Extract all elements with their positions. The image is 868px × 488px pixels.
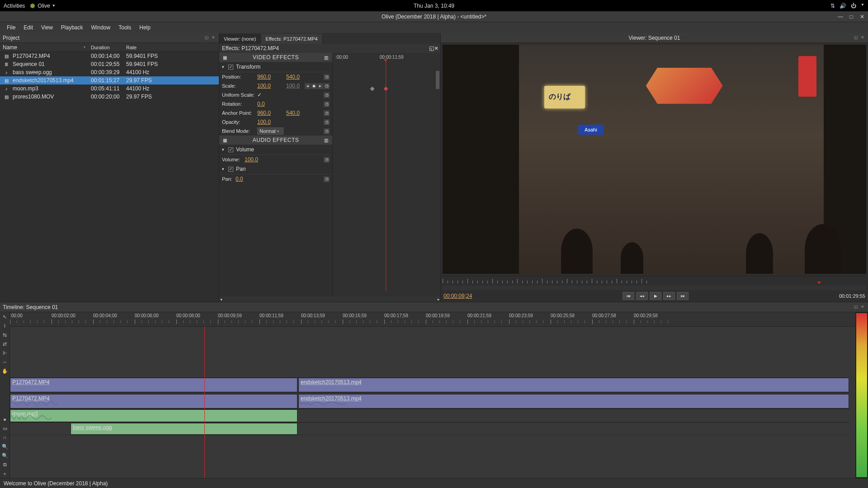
keyframe-toggle-icon[interactable]: ◷: [324, 119, 330, 125]
keyframe-timeline[interactable]: :00;00 00:00:11;59: [332, 53, 440, 296]
menu-file[interactable]: File: [3, 23, 19, 33]
zoom-in-icon[interactable]: 🔍: [0, 442, 9, 451]
project-item[interactable]: ▤P1270472.MP400:00:14;0059.9401 FPS: [0, 52, 219, 60]
volume-group[interactable]: ▾ ✓ Volume: [219, 145, 332, 155]
project-item[interactable]: ♪moon.mp300:05:41:1144100 Hz: [0, 84, 219, 93]
activities-button[interactable]: Activities: [4, 3, 25, 9]
ripple-tool[interactable]: ⇆: [0, 330, 9, 339]
project-item[interactable]: ▤endsketch20170513.mp400:01:15;2729.97 F…: [0, 76, 219, 84]
clip-audio[interactable]: bass sweep.ogg: [71, 423, 297, 435]
keyframe-diamond[interactable]: [384, 87, 388, 91]
col-duration[interactable]: Duration: [88, 45, 123, 50]
anchor-x-value[interactable]: 960.0: [257, 110, 274, 116]
col-name[interactable]: Name▾: [0, 44, 88, 51]
disclosure-icon[interactable]: ▾: [222, 167, 226, 171]
keyframe-toggle-icon[interactable]: ◷: [324, 101, 330, 107]
panel-close-icon[interactable]: ✕: [861, 305, 866, 310]
tab-effects[interactable]: Effects: P1270472.MP4: [261, 34, 322, 44]
tab-viewer-none[interactable]: Viewer: (none): [219, 34, 261, 44]
prev-keyframe-icon[interactable]: ◂: [305, 83, 311, 89]
pan-group[interactable]: ▾ ✓ Pan: [219, 164, 332, 174]
next-keyframe-icon[interactable]: ▸: [317, 83, 323, 89]
anchor-y-value[interactable]: 540.0: [286, 110, 303, 116]
power-icon[interactable]: ⏻: [851, 3, 856, 9]
position-y-value[interactable]: 540.0: [286, 74, 303, 80]
snap-icon[interactable]: ⧉: [0, 460, 9, 469]
keyframe-toggle-icon[interactable]: ◷: [324, 176, 330, 182]
viewer-canvas[interactable]: Asahi: [443, 45, 866, 274]
project-item[interactable]: ♪bass sweep.ogg00:00:39:2944100 Hz: [0, 68, 219, 76]
keyframe-diamond[interactable]: [370, 87, 375, 91]
project-item[interactable]: ≣Sequence 0100:01:29;5559.9401 FPS: [0, 60, 219, 68]
disclosure-icon[interactable]: ▾: [222, 147, 226, 152]
scale-x-value[interactable]: 100.0: [257, 83, 274, 89]
keyframe-toggle-icon[interactable]: ◷: [324, 92, 330, 98]
viewer-ruler[interactable]: [443, 276, 866, 286]
effect-menu-icon[interactable]: ▥: [322, 136, 330, 144]
add-effect-icon[interactable]: ▦: [221, 136, 229, 144]
position-x-value[interactable]: 960.0: [257, 74, 274, 80]
add-track-icon[interactable]: ＋: [0, 469, 9, 478]
minimize-button[interactable]: —: [837, 14, 844, 20]
close-button[interactable]: ✕: [859, 14, 865, 20]
effect-enabled-checkbox[interactable]: ✓: [228, 167, 233, 172]
viewer-timecode[interactable]: 00:00:09;24: [443, 293, 472, 299]
scrollbar[interactable]: [436, 71, 439, 89]
pan-value[interactable]: 0.0: [236, 176, 253, 182]
timeline-ruler[interactable]: :00;0000:00:02;0000:00:04;0000:00:06;000…: [10, 312, 855, 327]
add-keyframe-icon[interactable]: ◆: [311, 83, 317, 89]
timeline-tracks[interactable]: P1270472.MP4 endsketch20170513.mp4 P1270…: [10, 327, 855, 478]
go-end-button[interactable]: ⏭: [677, 292, 689, 300]
viewer-scrollbar[interactable]: [443, 286, 866, 290]
col-rate[interactable]: Rate: [123, 45, 139, 50]
panel-close-icon[interactable]: ✕: [434, 45, 439, 52]
clip-video[interactable]: endsketch20170513.mp4: [298, 378, 849, 392]
clip-video[interactable]: P1270472.MP4: [10, 378, 297, 392]
panel-float-icon[interactable]: ◱: [854, 35, 859, 41]
audio-track-2[interactable]: moon.mp3: [10, 409, 849, 422]
play-button[interactable]: ▶: [650, 292, 661, 300]
add-effect-icon[interactable]: ▦: [221, 53, 229, 61]
transform-group[interactable]: ▾ ✓ Transform: [219, 62, 332, 72]
project-list[interactable]: ▤P1270472.MP400:00:14;0059.9401 FPS ≣Seq…: [0, 52, 219, 302]
edit-tool[interactable]: I: [0, 321, 9, 330]
audio-track-3[interactable]: bass sweep.ogg: [10, 422, 849, 435]
menu-view[interactable]: View: [37, 23, 57, 33]
step-forward-button[interactable]: ▸▸: [663, 292, 675, 300]
scroll-right-icon[interactable]: ▸: [438, 297, 439, 301]
panel-close-icon[interactable]: ✕: [861, 35, 866, 41]
project-item[interactable]: ▤prores1080.MOV00:00:20;0029.97 FPS: [0, 93, 219, 101]
track-video-icon[interactable]: ▭: [0, 424, 9, 433]
clock[interactable]: Thu Jan 3, 10:49: [414, 3, 454, 9]
volume-value[interactable]: 100.0: [245, 156, 262, 163]
menu-window[interactable]: Window: [87, 23, 115, 33]
viewer-playhead-marker[interactable]: [817, 282, 821, 286]
keyframe-toggle-icon[interactable]: ◷: [324, 110, 330, 116]
audio-track-1[interactable]: P1270472.MP4 endsketch20170513.mp4: [10, 394, 849, 409]
keyframe-toggle-icon[interactable]: ◷: [324, 128, 330, 134]
panel-close-icon[interactable]: ✕: [212, 35, 217, 41]
menu-tools[interactable]: Tools: [114, 23, 135, 33]
scale-y-value[interactable]: 100.0: [286, 83, 303, 89]
effect-menu-icon[interactable]: ▥: [322, 53, 330, 61]
menu-help[interactable]: Help: [135, 23, 155, 33]
scroll-left-icon[interactable]: ◂: [220, 297, 222, 301]
opacity-value[interactable]: 100.0: [257, 119, 274, 125]
effect-enabled-checkbox[interactable]: ✓: [228, 65, 233, 70]
volume-icon[interactable]: 🔊: [840, 3, 846, 9]
keyframe-playhead[interactable]: [386, 61, 386, 291]
panel-float-icon[interactable]: ◱: [205, 35, 210, 41]
razor-tool[interactable]: ⊩: [0, 348, 9, 357]
panel-float-icon[interactable]: ◱: [854, 305, 859, 310]
keyframe-toggle-icon[interactable]: ◷: [324, 83, 330, 89]
disclosure-icon[interactable]: ▾: [222, 65, 226, 69]
timeline-playhead[interactable]: [204, 327, 205, 478]
menu-edit[interactable]: Edit: [19, 23, 37, 33]
pointer-tool[interactable]: ↖: [0, 312, 9, 321]
panel-float-icon[interactable]: ◱: [429, 45, 434, 52]
go-start-button[interactable]: ⏮: [623, 292, 634, 300]
clip-audio[interactable]: P1270472.MP4: [10, 394, 297, 408]
keyframe-toggle-icon[interactable]: ◷: [324, 74, 330, 80]
slip-tool[interactable]: ↔: [0, 357, 9, 366]
video-track-1[interactable]: P1270472.MP4 endsketch20170513.mp4: [10, 377, 849, 393]
